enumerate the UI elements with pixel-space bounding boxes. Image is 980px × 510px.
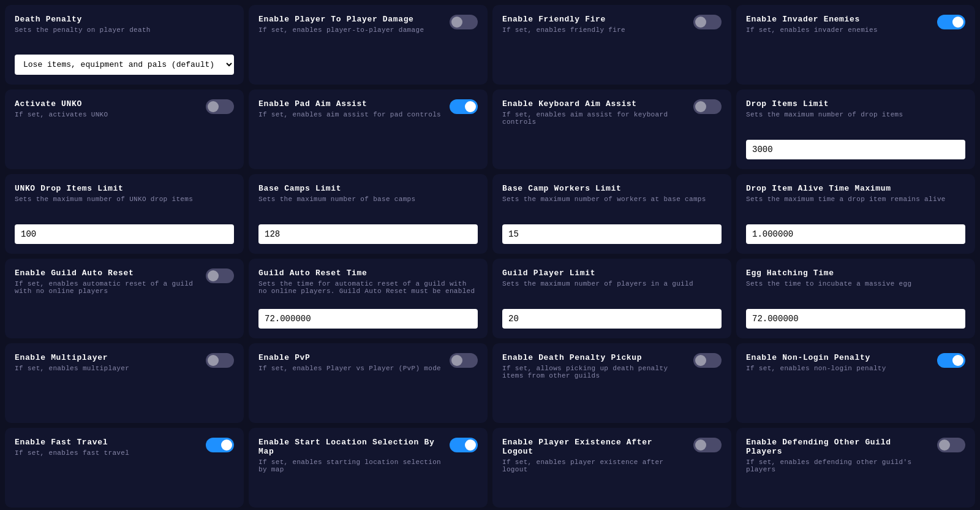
card-desc-enable-pvp: If set, enables Player vs Player (PvP) m… <box>258 365 441 372</box>
card-header-guild-player-limit: Guild Player Limit Sets the maximum numb… <box>502 268 722 287</box>
toggle-enable-multiplayer[interactable] <box>206 353 234 368</box>
toggle-slider-enable-death-penalty-pickup <box>693 353 722 368</box>
toggle-enable-pvp[interactable] <box>450 353 478 368</box>
input-unko-drop-items-limit[interactable] <box>15 224 234 244</box>
card-enable-pad-aim-assist: Enable Pad Aim Assist If set, enables ai… <box>249 89 488 169</box>
card-unko-drop-items-limit: UNKO Drop Items Limit Sets the maximum n… <box>5 174 244 254</box>
card-header-drop-items-limit: Drop Items Limit Sets the maximum number… <box>746 99 965 118</box>
toggle-slider-enable-keyboard-aim-assist <box>693 99 722 114</box>
toggle-wrap-enable-guild-auto-reset[interactable] <box>206 268 234 286</box>
toggle-enable-keyboard-aim-assist[interactable] <box>693 99 722 114</box>
toggle-wrap-enable-non-login-penalty[interactable] <box>937 353 965 371</box>
card-title-death-penalty: Death Penalty <box>15 15 151 24</box>
card-enable-death-penalty-pickup: Enable Death Penalty Pickup If set, allo… <box>492 343 731 423</box>
toggle-activate-unko[interactable] <box>206 99 234 114</box>
input-drop-items-limit[interactable] <box>746 140 965 159</box>
toggle-slider-enable-fast-travel <box>206 438 234 452</box>
card-desc-enable-invader-enemies: If set, enables invader enemies <box>746 26 878 34</box>
toggle-enable-player-existence-after-logout[interactable] <box>693 438 722 452</box>
select-death-penalty[interactable]: NoneLose items, equipment and pals (defa… <box>15 55 234 75</box>
toggle-wrap-enable-invader-enemies[interactable] <box>937 15 965 32</box>
toggle-enable-start-location-selection-by-map[interactable] <box>450 438 478 452</box>
toggle-wrap-enable-player-to-player-damage[interactable] <box>450 15 478 32</box>
toggle-enable-non-login-penalty[interactable] <box>937 353 965 368</box>
card-header-enable-player-existence-after-logout: Enable Player Existence After Logout If … <box>502 438 722 473</box>
toggle-enable-death-penalty-pickup[interactable] <box>693 353 722 368</box>
card-enable-fast-travel: Enable Fast Travel If set, enables fast … <box>5 428 244 508</box>
input-drop-item-alive-time-maximum[interactable] <box>746 224 965 244</box>
toggle-slider-enable-multiplayer <box>206 353 234 368</box>
card-title-enable-start-location-selection-by-map: Enable Start Location Selection By Map <box>258 438 445 456</box>
toggle-enable-invader-enemies[interactable] <box>937 15 965 29</box>
toggle-enable-player-to-player-damage[interactable] <box>450 15 478 29</box>
toggle-wrap-enable-start-location-selection-by-map[interactable] <box>450 438 478 455</box>
card-desc-enable-start-location-selection-by-map: If set, enables starting location select… <box>258 459 445 473</box>
card-header-enable-guild-auto-reset: Enable Guild Auto Reset If set, enables … <box>15 268 234 295</box>
toggle-slider-enable-non-login-penalty <box>937 353 965 368</box>
toggle-wrap-activate-unko[interactable] <box>206 99 234 117</box>
toggle-slider-enable-start-location-selection-by-map <box>450 438 478 452</box>
settings-grid: Death Penalty Sets the penalty on player… <box>5 5 975 508</box>
card-title-enable-friendly-fire: Enable Friendly Fire <box>502 15 625 24</box>
toggle-enable-friendly-fire[interactable] <box>693 15 722 29</box>
card-enable-guild-auto-reset: Enable Guild Auto Reset If set, enables … <box>5 259 244 338</box>
toggle-wrap-enable-multiplayer[interactable] <box>206 353 234 371</box>
input-guild-auto-reset-time[interactable] <box>258 309 478 329</box>
input-base-camps-limit[interactable] <box>258 224 478 244</box>
card-header-death-penalty: Death Penalty Sets the penalty on player… <box>15 15 234 34</box>
toggle-wrap-enable-friendly-fire[interactable] <box>693 15 722 32</box>
toggle-slider-enable-defending-other-guild-players <box>937 438 965 452</box>
card-desc-enable-defending-other-guild-players: If set, enables defending other guild's … <box>746 459 932 473</box>
card-title-enable-invader-enemies: Enable Invader Enemies <box>746 15 878 24</box>
card-desc-base-camps-limit: Sets the maximum number of base camps <box>258 196 415 203</box>
toggle-slider-enable-player-to-player-damage <box>450 15 478 29</box>
card-desc-guild-player-limit: Sets the maximum number of players in a … <box>502 280 693 287</box>
toggle-wrap-enable-pvp[interactable] <box>450 353 478 371</box>
card-enable-player-to-player-damage: Enable Player To Player Damage If set, e… <box>249 5 488 85</box>
toggle-slider-enable-pvp <box>450 353 478 368</box>
card-title-enable-player-to-player-damage: Enable Player To Player Damage <box>258 15 424 24</box>
card-header-drop-item-alive-time-maximum: Drop Item Alive Time Maximum Sets the ma… <box>746 184 965 203</box>
card-desc-enable-friendly-fire: If set, enables friendly fire <box>502 26 625 34</box>
toggle-enable-fast-travel[interactable] <box>206 438 234 452</box>
card-guild-player-limit: Guild Player Limit Sets the maximum numb… <box>492 259 731 338</box>
toggle-wrap-enable-fast-travel[interactable] <box>206 438 234 455</box>
card-title-enable-keyboard-aim-assist: Enable Keyboard Aim Assist <box>502 99 688 108</box>
toggle-slider-enable-friendly-fire <box>693 15 722 29</box>
card-title-enable-pad-aim-assist: Enable Pad Aim Assist <box>258 99 441 108</box>
card-header-enable-start-location-selection-by-map: Enable Start Location Selection By Map I… <box>258 438 478 473</box>
card-desc-enable-non-login-penalty: If set, enables non-login penalty <box>746 365 886 372</box>
toggle-wrap-enable-death-penalty-pickup[interactable] <box>693 353 722 371</box>
input-guild-player-limit[interactable] <box>502 309 722 329</box>
card-title-base-camps-limit: Base Camps Limit <box>258 184 415 193</box>
card-header-enable-pvp: Enable PvP If set, enables Player vs Pla… <box>258 353 478 372</box>
card-enable-defending-other-guild-players: Enable Defending Other Guild Players If … <box>736 428 975 508</box>
card-title-enable-fast-travel: Enable Fast Travel <box>15 438 129 447</box>
card-title-base-camp-workers-limit: Base Camp Workers Limit <box>502 184 706 193</box>
toggle-wrap-enable-pad-aim-assist[interactable] <box>450 99 478 117</box>
card-title-drop-items-limit: Drop Items Limit <box>746 99 903 108</box>
card-desc-enable-keyboard-aim-assist: If set, enables aim assist for keyboard … <box>502 111 688 126</box>
card-enable-invader-enemies: Enable Invader Enemies If set, enables i… <box>736 5 975 85</box>
input-egg-hatching-time[interactable] <box>746 309 965 329</box>
card-desc-enable-multiplayer: If set, enables multiplayer <box>15 365 129 372</box>
card-title-enable-pvp: Enable PvP <box>258 353 441 362</box>
card-title-guild-player-limit: Guild Player Limit <box>502 268 693 278</box>
toggle-enable-pad-aim-assist[interactable] <box>450 99 478 114</box>
toggle-enable-guild-auto-reset[interactable] <box>206 268 234 283</box>
toggle-wrap-enable-player-existence-after-logout[interactable] <box>693 438 722 455</box>
card-header-unko-drop-items-limit: UNKO Drop Items Limit Sets the maximum n… <box>15 184 234 203</box>
card-header-enable-defending-other-guild-players: Enable Defending Other Guild Players If … <box>746 438 965 473</box>
input-base-camp-workers-limit[interactable] <box>502 224 722 244</box>
card-enable-non-login-penalty: Enable Non-Login Penalty If set, enables… <box>736 343 975 423</box>
toggle-enable-defending-other-guild-players[interactable] <box>937 438 965 452</box>
card-desc-enable-player-existence-after-logout: If set, enables player existence after l… <box>502 459 688 473</box>
card-title-enable-player-existence-after-logout: Enable Player Existence After Logout <box>502 438 688 456</box>
card-enable-pvp: Enable PvP If set, enables Player vs Pla… <box>249 343 488 423</box>
card-title-guild-auto-reset-time: Guild Auto Reset Time <box>258 268 478 278</box>
card-enable-start-location-selection-by-map: Enable Start Location Selection By Map I… <box>249 428 488 508</box>
card-base-camps-limit: Base Camps Limit Sets the maximum number… <box>249 174 488 254</box>
toggle-wrap-enable-defending-other-guild-players[interactable] <box>937 438 965 455</box>
card-title-drop-item-alive-time-maximum: Drop Item Alive Time Maximum <box>746 184 946 193</box>
toggle-wrap-enable-keyboard-aim-assist[interactable] <box>693 99 722 117</box>
